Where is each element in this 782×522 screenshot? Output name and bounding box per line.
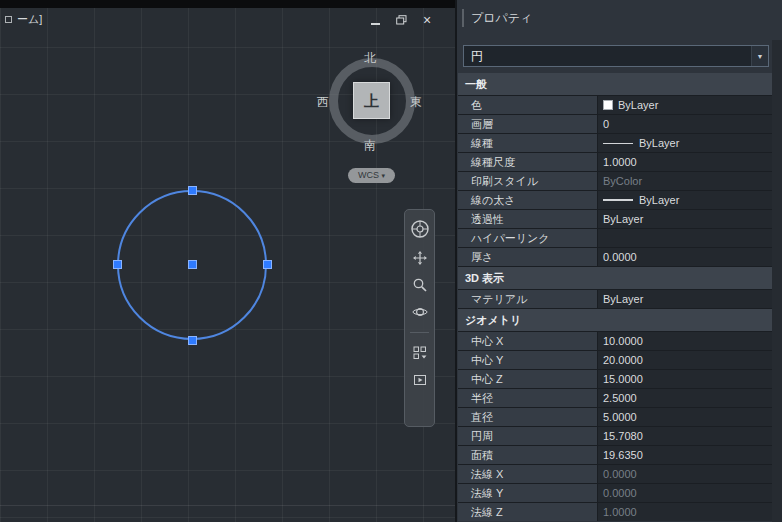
property-row-linetype: 線種 ByLayer	[458, 134, 772, 152]
property-value[interactable]: 15.7080	[597, 427, 772, 445]
grip-handle-right[interactable]	[263, 260, 272, 269]
palette-scroll-gutter[interactable]	[772, 40, 782, 522]
property-value-text: 5.0000	[603, 408, 637, 426]
chevron-down-icon[interactable]: ▼	[751, 46, 768, 66]
close-icon: ×	[423, 14, 431, 26]
property-row-center-y: 中心 Y 20.0000	[458, 351, 772, 369]
property-row-thickness: 厚さ 0.0000	[458, 248, 772, 266]
property-value[interactable]: ByColor	[597, 172, 772, 190]
showmotion-button[interactable]	[412, 372, 428, 388]
property-value-text: 20.0000	[603, 351, 643, 369]
object-type-select[interactable]: 円 ▼	[463, 45, 769, 67]
property-value[interactable]: 0	[597, 115, 772, 133]
property-value[interactable]: 15.0000	[597, 370, 772, 388]
property-value: 0.0000	[597, 465, 772, 483]
section-header-general[interactable]: 一般	[458, 73, 772, 95]
property-label: 面積	[458, 446, 597, 464]
section-header-geometry[interactable]: ジオメトリ	[458, 309, 772, 331]
property-value-text: 0.0000	[603, 248, 637, 266]
property-value[interactable]: 2.5000	[597, 389, 772, 407]
property-value-text: 2.5000	[603, 389, 637, 407]
property-value[interactable]: 19.6350	[597, 446, 772, 464]
property-label: 透過性	[458, 210, 597, 228]
pan-button[interactable]	[412, 250, 428, 266]
property-row-radius: 半径 2.5000	[458, 389, 772, 407]
property-value-text: 15.7080	[603, 427, 643, 445]
orbit-button[interactable]	[412, 304, 428, 320]
property-value-text: 10.0000	[603, 332, 643, 350]
navigation-wheel-button[interactable]	[410, 219, 430, 239]
property-row-plotstyle: 印刷スタイル ByColor	[458, 172, 772, 190]
viewport-corner-icon	[5, 16, 12, 23]
viewport-control-label[interactable]: ーム]	[5, 12, 42, 27]
orbit-icon	[412, 304, 428, 320]
property-value[interactable]: 5.0000	[597, 408, 772, 426]
viewport-window-controls: ×	[368, 13, 434, 27]
property-row-center-x: 中心 X 10.0000	[458, 332, 772, 350]
property-value[interactable]: ByLayer	[597, 134, 772, 152]
property-value[interactable]: ByLayer	[597, 96, 772, 114]
property-value-text: 1.0000	[603, 503, 637, 521]
restore-icon	[396, 15, 407, 25]
wcs-dropdown[interactable]: WCS ▾	[348, 168, 395, 183]
property-label: 線種	[458, 134, 597, 152]
property-value[interactable]	[597, 229, 772, 247]
grip-handle-left[interactable]	[113, 260, 122, 269]
property-grid: 一般 色 ByLayer 画層 0 線種 ByLayer	[458, 73, 772, 521]
wheel-menu-button[interactable]	[412, 345, 428, 361]
viewcube-top-face[interactable]: 上	[353, 82, 390, 119]
property-value[interactable]: 0.0000	[597, 248, 772, 266]
close-button[interactable]: ×	[420, 13, 434, 27]
property-row-area: 面積 19.6350	[458, 446, 772, 464]
window-top-strip	[0, 0, 455, 8]
viewcube-south[interactable]: 南	[364, 137, 376, 154]
property-row-center-z: 中心 Z 15.0000	[458, 370, 772, 388]
grip-handle-top[interactable]	[188, 186, 197, 195]
property-row-color: 色 ByLayer	[458, 96, 772, 114]
property-label: 線の太さ	[458, 191, 597, 209]
property-value-text: ByColor	[603, 172, 642, 190]
property-value[interactable]: ByLayer	[597, 290, 772, 308]
property-row-hyperlink: ハイパーリンク	[458, 229, 772, 247]
minimize-button[interactable]	[368, 13, 382, 27]
property-value: 1.0000	[597, 503, 772, 521]
zoom-button[interactable]	[412, 277, 428, 293]
object-type-value: 円	[464, 48, 751, 65]
property-label: マテリアル	[458, 290, 597, 308]
property-label: 厚さ	[458, 248, 597, 266]
grip-handle-bottom[interactable]	[188, 336, 197, 345]
navigation-wheel-icon	[410, 219, 430, 239]
section-header-3d-visualization[interactable]: 3D 表示	[458, 267, 772, 289]
property-row-material: マテリアル ByLayer	[458, 290, 772, 308]
property-value[interactable]: 10.0000	[597, 332, 772, 350]
property-value-text: ByLayer	[639, 134, 679, 152]
property-value[interactable]: ByLayer	[597, 210, 772, 228]
property-label: 半径	[458, 389, 597, 407]
pan-icon	[412, 250, 428, 266]
property-label: 印刷スタイル	[458, 172, 597, 190]
property-value-text: ByLayer	[603, 290, 643, 308]
property-value[interactable]: 20.0000	[597, 351, 772, 369]
viewcube-west[interactable]: 西	[317, 94, 329, 111]
property-value-text: 1.0000	[603, 153, 637, 171]
property-value-text: 0	[603, 115, 609, 133]
chevron-down-icon: ▾	[382, 172, 386, 179]
drawing-canvas[interactable]: ーム] × 上 北 南 西 東 WCS ▾	[0, 0, 455, 522]
grip-handle-center[interactable]	[188, 260, 197, 269]
property-value[interactable]: 1.0000	[597, 153, 772, 171]
property-label: 画層	[458, 115, 597, 133]
lineweight-sample-icon	[603, 199, 633, 201]
showmotion-icon	[412, 372, 428, 388]
restore-button[interactable]	[394, 13, 408, 27]
wheel-menu-icon	[412, 345, 428, 361]
property-row-normal-y: 法線 Y 0.0000	[458, 484, 772, 502]
property-row-transparency: 透過性 ByLayer	[458, 210, 772, 228]
palette-grip-bar[interactable]	[462, 9, 464, 27]
viewcube-east[interactable]: 東	[410, 94, 422, 111]
property-label: 中心 X	[458, 332, 597, 350]
property-value[interactable]: ByLayer	[597, 191, 772, 209]
application-window: ーム] × 上 北 南 西 東 WCS ▾	[0, 0, 782, 522]
navigation-bar	[404, 209, 435, 427]
property-value-text: ByLayer	[618, 96, 658, 114]
viewcube-north[interactable]: 北	[364, 50, 376, 67]
